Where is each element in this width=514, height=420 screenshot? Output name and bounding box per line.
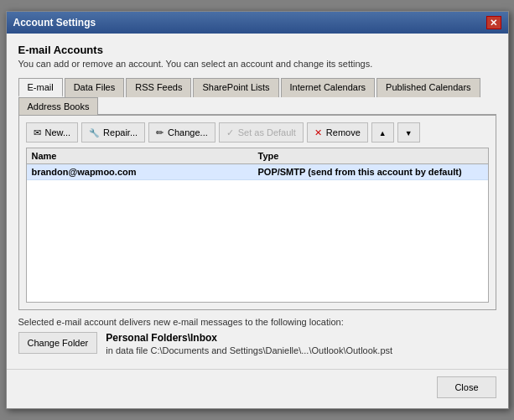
- move-up-button[interactable]: [371, 122, 394, 143]
- table-header: Name Type: [27, 148, 488, 164]
- section-title: E-mail Accounts: [18, 44, 496, 56]
- folder-info: Personal Folders\Inbox in data file C:\D…: [106, 332, 392, 355]
- tab-published-calendars[interactable]: Published Calendars: [376, 78, 480, 97]
- dialog-footer: Close: [7, 369, 508, 408]
- toolbar: New... Repair... Change... Set as Defaul…: [26, 122, 489, 143]
- change-button[interactable]: Change...: [148, 122, 215, 143]
- tab-rss-feeds[interactable]: RSS Feeds: [126, 78, 191, 97]
- bottom-description: Selected e-mail account delivers new e-m…: [18, 317, 496, 327]
- title-bar: Account Settings ✕: [7, 12, 508, 34]
- remove-button[interactable]: Remove: [307, 122, 368, 143]
- bottom-section: Selected e-mail account delivers new e-m…: [18, 310, 496, 359]
- tab-content-email: New... Repair... Change... Set as Defaul…: [18, 116, 496, 310]
- check-icon: [226, 127, 236, 138]
- folder-path: in data file C:\Documents and Settings\D…: [106, 345, 392, 355]
- tab-address-books[interactable]: Address Books: [18, 97, 99, 115]
- close-button[interactable]: Close: [437, 376, 496, 398]
- accounts-table: Name Type brandon@wapmoo.com POP/SMTP (s…: [26, 148, 489, 303]
- new-icon: [34, 127, 43, 138]
- section-description: You can add or remove an account. You ca…: [18, 59, 496, 69]
- repair-icon: [89, 127, 101, 137]
- down-icon: [405, 127, 413, 137]
- tab-bar: E-mail Data Files RSS Feeds SharePoint L…: [18, 77, 496, 116]
- tab-data-files[interactable]: Data Files: [65, 78, 125, 97]
- tab-email[interactable]: E-mail: [18, 78, 63, 97]
- change-folder-button[interactable]: Change Folder: [18, 332, 98, 354]
- tab-internet-calendars[interactable]: Internet Calendars: [281, 78, 376, 97]
- folder-name: Personal Folders\Inbox: [106, 332, 392, 344]
- account-type: POP/SMTP (send from this account by defa…: [258, 167, 483, 177]
- up-icon: [379, 127, 387, 137]
- tab-sharepoint-lists[interactable]: SharePoint Lists: [193, 78, 278, 97]
- table-row[interactable]: brandon@wapmoo.com POP/SMTP (send from t…: [27, 164, 488, 180]
- change-icon: [156, 127, 165, 138]
- col-header-type: Type: [258, 151, 483, 161]
- set-default-button[interactable]: Set as Default: [219, 122, 304, 143]
- dialog-title: Account Settings: [13, 17, 96, 29]
- remove-icon: [314, 127, 324, 138]
- dialog-body: E-mail Accounts You can add or remove an…: [7, 34, 508, 369]
- folder-row: Change Folder Personal Folders\Inbox in …: [18, 332, 496, 355]
- account-settings-dialog: Account Settings ✕ E-mail Accounts You c…: [6, 11, 509, 409]
- account-name: brandon@wapmoo.com: [32, 167, 258, 177]
- move-down-button[interactable]: [397, 122, 420, 143]
- col-header-name: Name: [32, 151, 258, 161]
- new-button[interactable]: New...: [26, 122, 79, 143]
- title-bar-close-button[interactable]: ✕: [486, 16, 501, 29]
- repair-button[interactable]: Repair...: [81, 122, 145, 143]
